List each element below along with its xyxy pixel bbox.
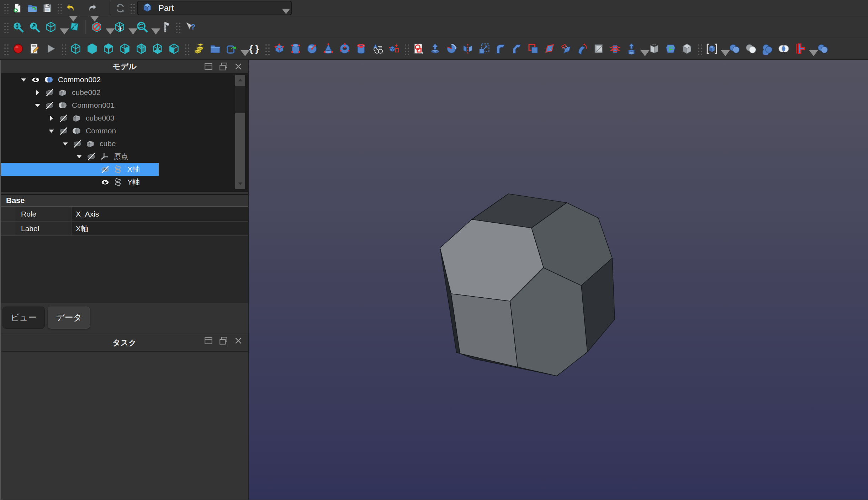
scroll-down-icon[interactable] bbox=[235, 179, 245, 189]
toolbar-drag-handle[interactable] bbox=[56, 2, 62, 14]
property-label-value[interactable]: X軸 bbox=[72, 222, 248, 235]
part-cone-button[interactable] bbox=[320, 41, 337, 57]
expander-closed-icon[interactable] bbox=[33, 89, 42, 96]
toolbar-drag-handle[interactable] bbox=[3, 43, 9, 55]
whats-this-button[interactable]: ? bbox=[182, 19, 198, 35]
chevron-down-icon[interactable] bbox=[127, 25, 133, 29]
float-icon[interactable] bbox=[219, 62, 228, 71]
property-row-label[interactable]: Label X軸 bbox=[1, 222, 248, 236]
dock-icon[interactable] bbox=[204, 336, 213, 345]
save-document-button[interactable] bbox=[40, 1, 55, 15]
part-sweep-button[interactable] bbox=[574, 41, 591, 57]
property-group-base[interactable]: Base bbox=[1, 195, 248, 207]
part-loft-button[interactable] bbox=[558, 41, 574, 57]
view-rear-button[interactable] bbox=[133, 41, 149, 57]
expander-open-icon[interactable] bbox=[47, 127, 56, 134]
model-face-front-left-face[interactable] bbox=[451, 294, 518, 367]
part-union-button[interactable] bbox=[759, 41, 776, 57]
new-document-button[interactable] bbox=[10, 1, 25, 15]
part-mirror-button[interactable] bbox=[460, 41, 476, 57]
part-primitives-button[interactable] bbox=[369, 41, 386, 57]
part-connect-button[interactable] bbox=[792, 41, 808, 57]
expander-open-icon[interactable] bbox=[33, 102, 42, 109]
redo-button[interactable] bbox=[85, 1, 100, 15]
chevron-down-icon[interactable] bbox=[58, 25, 64, 29]
part-box-button[interactable] bbox=[271, 41, 287, 57]
draw-style-button[interactable] bbox=[89, 19, 105, 35]
float-icon[interactable] bbox=[219, 336, 228, 345]
toolbar-drag-handle[interactable] bbox=[403, 43, 409, 55]
selection-box-button[interactable] bbox=[111, 19, 128, 35]
close-icon[interactable] bbox=[234, 336, 243, 345]
visibility-off-icon[interactable] bbox=[100, 165, 111, 174]
tree-item-cube002[interactable]: cube002 bbox=[1, 86, 248, 99]
undo-button[interactable] bbox=[63, 1, 78, 15]
part-ruled-surface-button[interactable] bbox=[541, 41, 558, 57]
part-revolve-button[interactable] bbox=[443, 41, 460, 57]
tree-item-Common002[interactable]: Common002 bbox=[1, 73, 248, 86]
part-extrude-button[interactable] bbox=[427, 41, 443, 57]
part-sphere-button[interactable] bbox=[304, 41, 320, 57]
visibility-on-icon[interactable] bbox=[31, 75, 42, 84]
visibility-off-icon[interactable] bbox=[59, 126, 69, 135]
part-chamfer-button[interactable] bbox=[509, 41, 525, 57]
toolbar-drag-handle[interactable] bbox=[184, 43, 189, 55]
property-role-value[interactable]: X_Axis bbox=[72, 207, 248, 221]
tree-item-Common[interactable]: Common bbox=[1, 124, 248, 137]
part-common-button[interactable] bbox=[776, 41, 792, 57]
refresh-button[interactable] bbox=[113, 1, 128, 15]
part-shapebuilder-button[interactable] bbox=[386, 41, 402, 57]
macro-edit-button[interactable] bbox=[26, 41, 43, 57]
zoom-fit-selection-button[interactable] bbox=[26, 19, 43, 35]
tree-item-cube[interactable]: cube bbox=[1, 137, 248, 150]
tree-scrollbar[interactable] bbox=[235, 75, 245, 189]
part-fillet-button[interactable] bbox=[492, 41, 509, 57]
chevron-down-icon[interactable] bbox=[89, 13, 95, 17]
part-offset-2d-button[interactable]: F bbox=[662, 41, 679, 57]
visibility-off-icon[interactable] bbox=[45, 88, 55, 97]
tree-item-Common001[interactable]: Common001 bbox=[1, 99, 248, 112]
toolbar-drag-handle[interactable] bbox=[3, 2, 9, 14]
chamfered-cube-model[interactable] bbox=[440, 193, 615, 377]
tree-item-cube003[interactable]: cube003 bbox=[1, 112, 248, 124]
chevron-down-icon[interactable] bbox=[104, 25, 110, 29]
expander-open-icon[interactable] bbox=[19, 76, 28, 83]
visibility-on-icon[interactable] bbox=[100, 177, 111, 187]
3d-viewport[interactable] bbox=[249, 60, 868, 500]
visibility-off-icon[interactable] bbox=[73, 139, 83, 148]
part-cut-button[interactable] bbox=[743, 41, 759, 57]
toolbar-drag-handle[interactable] bbox=[3, 21, 9, 33]
view-left-button[interactable] bbox=[166, 41, 182, 57]
std-part-button[interactable] bbox=[191, 41, 207, 57]
macro-record-button[interactable] bbox=[10, 41, 26, 57]
part-scale-button[interactable] bbox=[476, 41, 492, 57]
part-shape-from-sketch-button[interactable] bbox=[411, 41, 427, 57]
chevron-down-icon[interactable] bbox=[68, 13, 74, 17]
part-makeface-button[interactable] bbox=[525, 41, 541, 57]
scrollbar-thumb[interactable] bbox=[235, 86, 245, 113]
std-group-button[interactable] bbox=[207, 41, 223, 57]
toolbar-drag-handle[interactable] bbox=[129, 2, 135, 14]
measure-button[interactable] bbox=[157, 19, 173, 35]
part-torus-button[interactable] bbox=[337, 41, 353, 57]
chevron-down-icon[interactable] bbox=[639, 47, 645, 51]
chevron-down-icon[interactable] bbox=[239, 47, 245, 51]
part-boolean-button[interactable] bbox=[726, 41, 743, 57]
part-offset-button[interactable] bbox=[623, 41, 640, 57]
tree-item-Y軸[interactable]: Y軸 bbox=[1, 176, 248, 188]
view-isometric-button[interactable] bbox=[43, 19, 59, 35]
visibility-off-icon[interactable] bbox=[86, 152, 97, 161]
scroll-up-icon[interactable] bbox=[235, 75, 245, 85]
view-right-button[interactable] bbox=[117, 41, 133, 57]
sync-view-button[interactable] bbox=[134, 19, 150, 35]
expander-closed-icon[interactable] bbox=[47, 115, 56, 122]
part-cylinder-button[interactable] bbox=[287, 41, 304, 57]
part-split-button[interactable] bbox=[815, 41, 831, 57]
part-thickness-button[interactable] bbox=[646, 41, 662, 57]
expression-button[interactable]: { } bbox=[246, 41, 263, 57]
part-refine-shape-button[interactable] bbox=[679, 41, 695, 57]
part-compound-button[interactable] bbox=[704, 41, 720, 57]
toolbar-drag-handle[interactable] bbox=[60, 43, 66, 55]
part-tube-button[interactable] bbox=[353, 41, 369, 57]
toolbar-drag-handle[interactable] bbox=[697, 43, 702, 55]
